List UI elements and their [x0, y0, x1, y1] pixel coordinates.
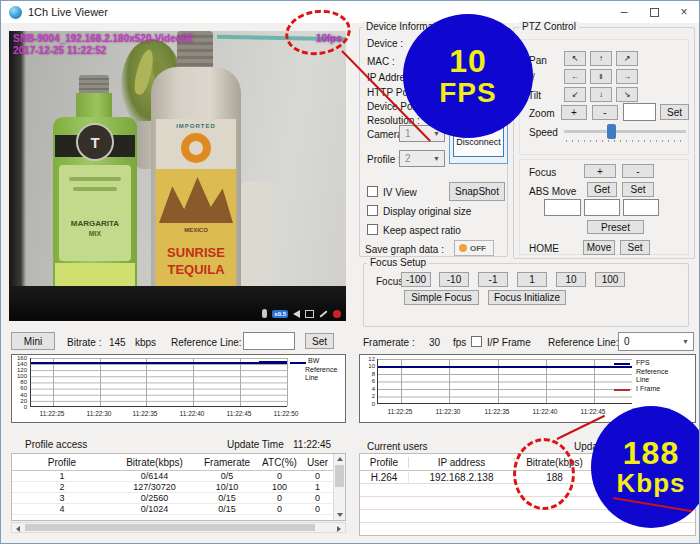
monitor-icon[interactable]	[305, 310, 314, 318]
scale-badge[interactable]: x0.5	[272, 310, 288, 318]
bitrate-graph: 160 140 120 100 80 60 40 20 0 11:22:25 1…	[11, 354, 346, 423]
iv-view-checkbox[interactable]	[367, 186, 378, 197]
legend-bw: BW	[308, 357, 319, 364]
profile-access-title: Profile access	[25, 439, 87, 450]
bitrate-label: Bitrate :	[67, 337, 101, 348]
framerate-value: 30	[429, 337, 440, 348]
col-profile: Profile	[12, 457, 112, 468]
close-button[interactable]: ×	[669, 1, 699, 23]
speed-slider-thumb[interactable]	[607, 124, 616, 139]
kbps-highlight-circle	[513, 438, 575, 510]
green-bottle-logo: T	[76, 123, 114, 161]
col-atc: ATC(%)	[257, 457, 302, 468]
zoom-out-button[interactable]: -	[592, 105, 618, 120]
abs-get-button[interactable]: Get	[587, 182, 617, 197]
save-graph-label: Save graph data :	[365, 244, 444, 255]
abs-z-input[interactable]	[623, 199, 659, 216]
ptz-stop-button[interactable]: ‖	[590, 69, 612, 84]
profile-select[interactable]: 2▼	[399, 150, 445, 167]
x-tick: 11:22:45	[581, 408, 606, 415]
maximize-button[interactable]	[639, 1, 669, 23]
snapshot-button[interactable]: SnapShot	[449, 182, 505, 201]
ptz-up-left-button[interactable]: ↖	[564, 51, 586, 66]
legend-line: Line	[305, 374, 318, 381]
ptz-title: PTZ Control	[519, 21, 579, 32]
zoom-value-input[interactable]	[623, 103, 656, 121]
cell: 192.168.2.138	[409, 472, 515, 483]
record-icon[interactable]	[333, 310, 341, 318]
chevron-down-icon: ▼	[433, 155, 440, 162]
zoom-in-button[interactable]: +	[561, 105, 587, 120]
save-graph-toggle[interactable]: OFF	[454, 240, 494, 256]
tequila-imported-text: IMPORTED	[156, 123, 236, 129]
bw-series-line-end	[259, 361, 287, 364]
reference-line-input[interactable]	[243, 332, 295, 350]
framerate-ref-label: Reference Line:	[548, 337, 619, 348]
legend-fps: FPS	[636, 359, 650, 366]
preset-button[interactable]: Preset	[587, 220, 644, 234]
toggle-state: OFF	[470, 244, 486, 253]
mini-button[interactable]: Mini	[11, 332, 55, 350]
x-tick: 11:22:30	[87, 410, 112, 417]
home-set-button[interactable]: Set	[620, 240, 650, 255]
cell: H.264	[360, 472, 409, 483]
ptz-down-left-button[interactable]: ↙	[564, 87, 586, 102]
abs-y-input[interactable]	[584, 199, 620, 216]
reference-set-button[interactable]: Set	[305, 333, 334, 349]
tequila-brand1: SUNRISE	[156, 245, 236, 260]
green-bottle-label-line	[73, 187, 117, 191]
window-title: 1Ch Live Viewer	[28, 6, 108, 18]
bw-legend-swatch	[290, 362, 306, 364]
ptz-up-button[interactable]: ↑	[590, 51, 612, 66]
y-tick: 4	[360, 386, 375, 392]
cell: 0	[257, 471, 302, 481]
display-original-checkbox[interactable]	[367, 205, 378, 216]
green-bottle-logo-letter: T	[90, 134, 99, 151]
focus-step-minus10[interactable]: -10	[439, 272, 469, 287]
fps-callout-unit: FPS	[439, 78, 496, 107]
microphone-icon[interactable]	[262, 309, 267, 318]
speed-slider-track[interactable]	[564, 130, 686, 133]
ptz-down-right-button[interactable]: ↘	[616, 87, 638, 102]
x-tick: 11:22:35	[485, 408, 510, 415]
focus-out-button[interactable]: -	[622, 164, 654, 178]
ptz-up-right-button[interactable]: ↗	[616, 51, 638, 66]
ptz-down-button[interactable]: ↓	[590, 87, 612, 102]
focus-step-minus1[interactable]: -1	[478, 272, 508, 287]
simple-focus-button[interactable]: Simple Focus	[404, 290, 479, 305]
table-vscrollbar[interactable]	[333, 454, 345, 520]
focus-initialize-button[interactable]: Focus Initialize	[488, 290, 566, 305]
x-tick: 11:22:30	[436, 408, 461, 415]
ip-frame-checkbox[interactable]	[471, 336, 482, 347]
y-tick: 2	[360, 393, 375, 399]
ptz-focus-label: Focus	[529, 167, 556, 178]
abs-x-input[interactable]	[544, 199, 581, 216]
y-tick: 0	[360, 401, 375, 407]
zoom-set-button[interactable]: Set	[660, 104, 689, 120]
focus-step-plus10[interactable]: 10	[556, 272, 586, 287]
scroll-right-icon	[337, 526, 341, 532]
table-hscrollbar[interactable]	[11, 522, 346, 533]
minimize-button[interactable]: –	[609, 1, 639, 23]
focus-in-button[interactable]: +	[584, 164, 616, 178]
current-users-title: Current users	[367, 441, 428, 452]
cell: 0	[257, 504, 302, 514]
ptz-right-button[interactable]: →	[616, 69, 638, 84]
speaker-icon[interactable]	[293, 310, 300, 318]
abs-set-button[interactable]: Set	[622, 182, 654, 197]
framerate-plot-area	[377, 359, 632, 404]
update-time-label: Update Time	[227, 439, 284, 450]
focus-step-minus100[interactable]: -100	[401, 272, 431, 287]
home-move-button[interactable]: Move	[583, 240, 615, 255]
video-feed[interactable]: T MARGARITA MIX IMPORTED MEXICO SUNRISE …	[9, 31, 346, 321]
framerate-ref-select[interactable]: 0▼	[618, 332, 694, 351]
focus-step-plus1[interactable]: 1	[517, 272, 547, 287]
framerate-label: Framerate :	[363, 337, 415, 348]
video-left-shadow	[9, 31, 26, 321]
camera-value: 1	[405, 128, 411, 139]
keep-aspect-checkbox[interactable]	[367, 224, 378, 235]
ptz-left-button[interactable]: ←	[564, 69, 586, 84]
focus-step-plus100[interactable]: 100	[595, 272, 625, 287]
tools-icon[interactable]	[319, 310, 327, 317]
cell: 127/30720	[112, 482, 197, 492]
